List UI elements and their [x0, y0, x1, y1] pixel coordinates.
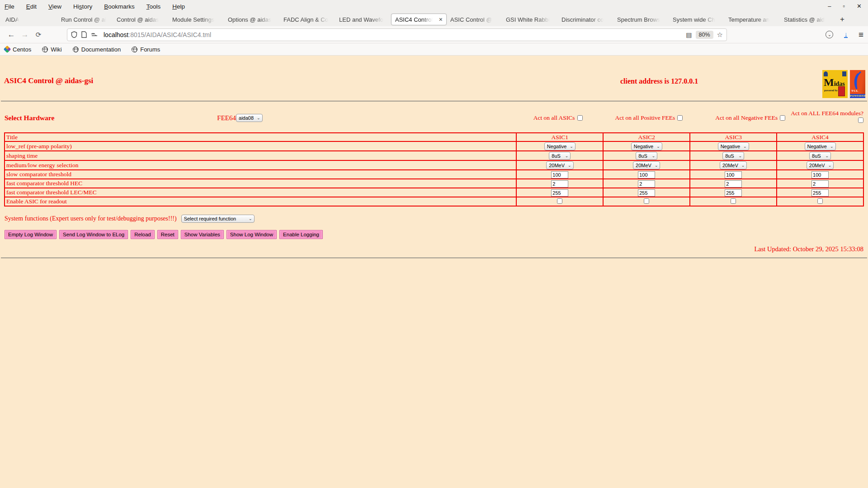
minimize-icon[interactable]: –	[828, 0, 831, 13]
tcl-powered-logo[interactable]: TCL POWERED	[850, 70, 865, 98]
asic4-shaping-time-select[interactable]: 8uS⌄	[809, 152, 831, 160]
asic3-fast-comparator-threshold-hec-cell	[690, 179, 777, 188]
tab-close-icon[interactable]: ×	[439, 16, 443, 23]
tab-options-aidas[interactable]: Options @ aidas	[224, 13, 280, 26]
asic3-fast-comparator-threshold-lec-mec-input[interactable]	[725, 189, 742, 197]
button-send-log-window-to-elog[interactable]: Send Log Window to ELog	[59, 230, 128, 239]
act-checkbox-act-on-all-fee64-modules[interactable]	[858, 117, 863, 123]
tab-gsi-white-rabbi[interactable]: GSI White Rabbi	[502, 13, 558, 26]
button-show-log-window[interactable]: Show Log Window	[226, 230, 277, 239]
act-checkbox-act-on-all-asics[interactable]	[577, 115, 583, 121]
asic1-shaping-time-select[interactable]: 8uS⌄	[549, 152, 571, 160]
tab-fadc-align-co[interactable]: FADC Align & Co	[280, 13, 335, 26]
asic1-fast-comparator-threshold-hec-input[interactable]	[551, 180, 568, 188]
asic1-low-ref-pre-amp-polarity-cell: Negative⌄	[516, 141, 603, 151]
asic4-fast-comparator-threshold-lec-mec-input[interactable]	[811, 189, 829, 197]
asic4-low-ref-pre-amp-polarity-select[interactable]: Negative⌄	[805, 142, 836, 150]
asic1-fast-comparator-threshold-lec-mec-input[interactable]	[551, 189, 568, 197]
back-icon[interactable]: ←	[5, 30, 18, 39]
menu-help[interactable]: Help	[172, 3, 185, 10]
table-header-row: TitleASIC1ASIC2ASIC3ASIC4	[5, 133, 863, 141]
tab-control-aidas[interactable]: Control @ aidas	[113, 13, 169, 26]
asic4-slow-comparator-threshold-input[interactable]	[811, 171, 829, 178]
button-show-variables[interactable]: Show Variables	[181, 230, 224, 239]
bookmark-forums[interactable]: Forums	[132, 46, 160, 53]
tab-statistics-aid[interactable]: Statistics @ aid	[780, 13, 836, 26]
tab-aida[interactable]: AIDA	[2, 13, 57, 26]
asic2-slow-comparator-threshold-input[interactable]	[638, 171, 655, 178]
select-value: Negative	[807, 144, 827, 149]
asic3-shaping-time-select[interactable]: 8uS⌄	[722, 152, 744, 160]
row-label: medium/low energy selection	[5, 160, 516, 170]
asic4-medium-low-energy-selection-cell: 20MeV⌄	[777, 160, 863, 170]
divider-top	[1, 101, 867, 102]
asic1-slow-comparator-threshold-input[interactable]	[551, 171, 568, 178]
asic3-fast-comparator-threshold-hec-input[interactable]	[725, 180, 742, 188]
asic2-enable-asic-for-readout-checkbox[interactable]	[644, 198, 649, 204]
asic3-low-ref-pre-amp-polarity-select[interactable]: Negative⌄	[718, 142, 749, 150]
button-empty-log-window[interactable]: Empty Log Window	[5, 230, 57, 239]
menu-tools[interactable]: Tools	[146, 3, 161, 10]
tab-title: AIDA	[5, 16, 19, 23]
asic4-medium-low-energy-selection-select[interactable]: 20MeV⌄	[807, 161, 834, 169]
system-function-select[interactable]: Select required function ⌄	[181, 215, 255, 223]
asic2-fast-comparator-threshold-lec-mec-input[interactable]	[638, 189, 655, 197]
asic2-shaping-time-select[interactable]: 8uS⌄	[636, 152, 657, 160]
zoom-level-badge[interactable]: 80%	[696, 31, 713, 39]
asic2-medium-low-energy-selection-cell: 20MeV⌄	[603, 160, 690, 170]
tab-system-wide-ch[interactable]: System wide Ch	[669, 13, 725, 26]
asic1-enable-asic-for-readout-checkbox[interactable]	[557, 198, 562, 204]
asic4-enable-asic-for-readout-checkbox[interactable]	[817, 198, 823, 204]
asic2-low-ref-pre-amp-polarity-select[interactable]: Negative⌄	[631, 142, 662, 150]
button-reload[interactable]: Reload	[131, 230, 154, 239]
asic2-medium-low-energy-selection-select[interactable]: 20MeV⌄	[633, 161, 660, 169]
asic1-medium-low-energy-selection-select[interactable]: 20MeV⌄	[546, 161, 573, 169]
fee64-select[interactable]: aida08 ⌄	[236, 114, 263, 122]
globe-icon	[132, 47, 137, 52]
asic3-enable-asic-for-readout-checkbox[interactable]	[731, 198, 736, 204]
asic2-fast-comparator-threshold-hec-input[interactable]	[638, 180, 655, 188]
close-icon[interactable]: ✕	[857, 0, 862, 13]
tab-temperature-an[interactable]: Temperature an	[725, 13, 780, 26]
asic3-slow-comparator-threshold-input[interactable]	[725, 171, 742, 178]
asic1-low-ref-pre-amp-polarity-select[interactable]: Negative⌄	[544, 142, 576, 150]
midas-logo[interactable]: Midas powered by	[822, 70, 848, 98]
url-bar[interactable]: localhost:8015/AIDA/ASIC4/ASIC4.tml ▤ 80…	[67, 28, 727, 41]
bookmark-wiki[interactable]: Wiki	[42, 46, 62, 53]
asic4-shaping-time-cell: 8uS⌄	[777, 151, 863, 160]
asic3-medium-low-energy-selection-select[interactable]: 20MeV⌄	[720, 161, 747, 169]
tab-discriminator-co[interactable]: Discriminator co	[558, 13, 613, 26]
button-reset[interactable]: Reset	[157, 230, 178, 239]
tab-run-control-ai[interactable]: Run Control @ ai	[57, 13, 113, 26]
asic1-slow-comparator-threshold-cell	[516, 170, 603, 179]
menu-history[interactable]: History	[73, 3, 92, 10]
pocket-icon[interactable]: ⌄	[826, 31, 833, 38]
tab-module-settings[interactable]: Module Settings	[169, 13, 224, 26]
menu-view[interactable]: View	[48, 3, 61, 10]
new-tab-button[interactable]: +	[836, 13, 849, 26]
bookmark-star-icon[interactable]: ☆	[717, 31, 723, 39]
page-info-icon[interactable]	[81, 31, 87, 38]
act-checkbox-act-on-all-positive-fees[interactable]	[677, 115, 683, 121]
tab-asic4-control[interactable]: ASIC4 Control×	[391, 14, 447, 25]
menu-edit[interactable]: Edit	[26, 3, 37, 10]
forward-icon[interactable]: →	[18, 30, 32, 39]
reload-icon[interactable]: ⟳	[32, 31, 45, 39]
asic1-enable-asic-for-readout-cell	[516, 197, 603, 206]
menu-file[interactable]: File	[5, 3, 14, 10]
tab-spectrum-brows[interactable]: Spectrum Brows	[613, 13, 669, 26]
asic4-fast-comparator-threshold-hec-input[interactable]	[811, 180, 829, 188]
tab-asic-control[interactable]: ASIC Control @	[447, 13, 502, 26]
bookmark-centos[interactable]: Centos	[5, 46, 31, 53]
button-enable-logging[interactable]: Enable Logging	[279, 230, 323, 239]
tab-led-and-wavefo[interactable]: LED and Wavefo	[335, 13, 391, 26]
menu-bookmarks[interactable]: Bookmarks	[104, 3, 135, 10]
maximize-icon[interactable]: ▫	[843, 0, 845, 13]
download-icon[interactable]: ↓	[844, 31, 848, 38]
connection-icon[interactable]	[91, 32, 98, 38]
reader-mode-icon[interactable]: ▤	[686, 31, 692, 38]
act-checkbox-act-on-all-negative-fees[interactable]	[780, 115, 785, 121]
bookmark-documentation[interactable]: Documentation	[73, 46, 121, 53]
shield-icon[interactable]	[71, 31, 77, 38]
menu-hamburger-icon[interactable]: ≡	[859, 30, 863, 40]
